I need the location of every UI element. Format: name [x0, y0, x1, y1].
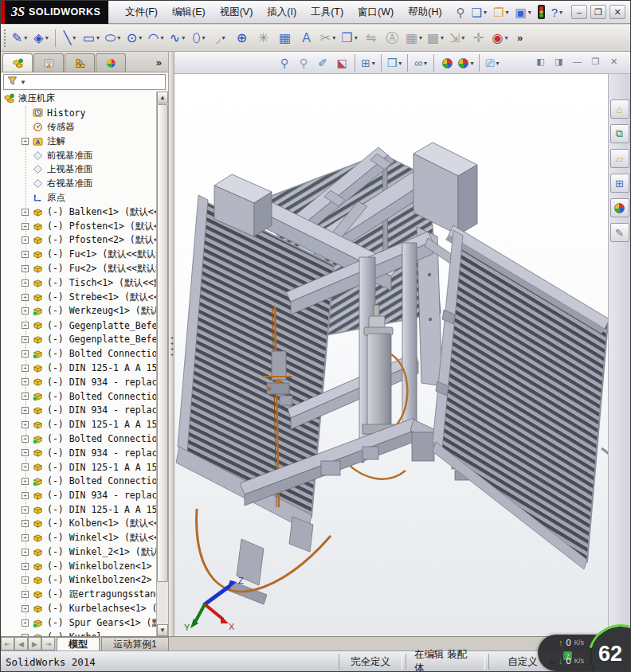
display-style-button[interactable]: ❒▾ [385, 54, 404, 72]
help-button[interactable]: ?▾ [549, 3, 565, 21]
menu-item-4[interactable]: 工具(T) [304, 2, 351, 22]
tree-row-23[interactable]: +(-) DIN 125-1 A A 15<2> [1, 417, 156, 432]
net-speed-overlay[interactable]: ↑ 0 K/s ? ↓ 0 K/s 62 [538, 628, 630, 671]
tree-scrollbar[interactable]: ▲ ▼ [156, 92, 168, 636]
expander-plus-icon[interactable]: + [22, 407, 29, 414]
ellipse-tool-caret-icon[interactable]: ▾ [202, 34, 206, 41]
view-palette-button[interactable]: ⊞ [610, 174, 629, 193]
zoom-to-fit-button[interactable]: ⚲ [275, 54, 294, 72]
file-explorer-button[interactable]: ▱ [610, 149, 629, 168]
expander-plus-icon[interactable]: + [22, 534, 29, 541]
expander-plus-icon[interactable]: + [22, 591, 29, 598]
search-icon[interactable]: ⚲ [454, 3, 468, 21]
expander-plus-icon[interactable]: + [22, 223, 29, 230]
expander-plus-icon[interactable]: + [22, 307, 29, 315]
expander-plus-icon[interactable]: + [22, 506, 29, 514]
doc-close-button[interactable]: ✕ [607, 55, 621, 68]
filter-caret-icon[interactable]: ▼ [20, 79, 26, 86]
tree-row-2[interactable]: 传感器 [1, 120, 156, 135]
doc-restore-button[interactable]: ❐ [589, 55, 602, 68]
model-right-grille-panel[interactable] [433, 225, 609, 569]
toolbar-grip[interactable] [3, 29, 6, 48]
motion-nav-button-0[interactable]: ⇤ [1, 637, 14, 651]
tree-row-24[interactable]: +(-) Bolted Connection<3 [1, 432, 156, 446]
ellipse-tool[interactable]: ⬯▾ [188, 28, 210, 49]
tree-row-34[interactable]: +(-) Winkelbolzen<2> (默 [1, 573, 156, 588]
quick-snaps-tool-caret-icon[interactable]: ▾ [504, 34, 508, 41]
custom-properties-button[interactable]: ✎ [610, 223, 629, 242]
view-settings-button[interactable]: ⎚▾ [483, 54, 502, 72]
tab-model[interactable]: 模型 [57, 637, 100, 651]
view-orientation-button[interactable]: ⊞▾ [359, 54, 378, 72]
model-canvas[interactable] [174, 74, 609, 636]
tree-row-30[interactable]: +(-) Kolben<1> (默认<<默 [1, 517, 156, 531]
motion-nav-button-1[interactable]: ◀ [14, 637, 28, 651]
new-document-button-caret-icon[interactable]: ▾ [484, 9, 487, 16]
expander-plus-icon[interactable]: + [22, 378, 29, 385]
spline-tool[interactable]: ∿▾ [167, 28, 188, 49]
perimeter-circle-tool[interactable]: ⊕ [231, 28, 253, 49]
spline-tool-caret-icon[interactable]: ▾ [182, 34, 185, 41]
tree-row-1[interactable]: History [1, 106, 156, 120]
restore-button[interactable]: ❐ [590, 5, 606, 19]
tree-row-35[interactable]: +(-) 踞ertragungsstange< [1, 588, 156, 602]
scroll-up-button[interactable]: ▲ [157, 92, 168, 104]
corner-rectangle-tool-caret-icon[interactable]: ▾ [96, 34, 100, 41]
point-tool[interactable]: ✳ [253, 28, 274, 49]
expander-plus-icon[interactable]: + [22, 138, 29, 145]
sketch-button[interactable]: ✎▾ [9, 28, 30, 49]
tree-row-21[interactable]: +(-) Bolted Connection<2 [1, 389, 156, 404]
motion-nav-button-3[interactable]: ⇥ [41, 637, 55, 651]
pane-toggle-right-button[interactable]: ◨ [552, 55, 566, 68]
tree-row-18[interactable]: +(-) Bolted Connection<1 [1, 346, 156, 361]
expander-plus-icon[interactable]: + [22, 436, 29, 443]
tab-motion-study[interactable]: 运动算例1 [101, 637, 169, 651]
doc-minimize-button[interactable]: — [570, 55, 584, 68]
expander-plus-icon[interactable]: + [22, 251, 29, 258]
expander-plus-icon[interactable]: + [22, 563, 29, 570]
help-button-caret-icon[interactable]: ▾ [559, 9, 562, 16]
expander-plus-icon[interactable]: + [22, 393, 29, 400]
apply-scene-button-caret-icon[interactable]: ▾ [470, 60, 473, 67]
tree-row-0[interactable]: 液压机床 [1, 92, 156, 106]
tree-row-22[interactable]: +(-) DIN 934 - replaced b [1, 404, 156, 418]
tree-row-10[interactable]: +(-) Pfosten<2> (默认<<默 [1, 233, 156, 248]
quick-snaps-tool[interactable]: ◉▾ [489, 28, 511, 49]
smart-dimension-button-caret-icon[interactable]: ▾ [45, 34, 49, 41]
straight-slot-tool[interactable]: ⬭▾ [102, 28, 123, 49]
tree-row-4[interactable]: 前视基准面 [1, 148, 156, 162]
addins-traffic-light-button[interactable] [535, 3, 547, 21]
menu-item-1[interactable]: 编辑(E) [165, 2, 213, 22]
expander-plus-icon[interactable]: + [22, 350, 29, 357]
tree-row-6[interactable]: 右视基准面 [1, 177, 156, 191]
tree-row-5[interactable]: 上视基准面 [1, 162, 156, 177]
tree-row-17[interactable]: +(-) Gegenplatte_Befesti [1, 333, 156, 347]
scrollbar-thumb[interactable] [157, 104, 168, 582]
tree-row-19[interactable]: +(-) DIN 125-1 A A 15<1> [1, 361, 156, 375]
expander-plus-icon[interactable]: + [22, 236, 29, 244]
tree-row-11[interactable]: +(-) Fu<1> (默认<<默认>_ [1, 248, 156, 262]
plane-tool[interactable]: ❒▾ [339, 28, 360, 49]
tree-row-28[interactable]: +(-) DIN 934 - replaced b [1, 488, 156, 502]
solidworks-resources-button[interactable]: ⌂ [610, 100, 629, 119]
motion-nav-button-2[interactable]: ▶ [28, 637, 41, 651]
expander-plus-icon[interactable]: + [22, 279, 29, 287]
smart-dimension-button[interactable]: ◈▾ [30, 28, 52, 49]
usage-ball[interactable]: 62 [590, 627, 631, 672]
section-view-button[interactable]: ⬕ [332, 54, 351, 72]
expander-plus-icon[interactable]: + [22, 421, 29, 428]
expander-plus-icon[interactable]: + [22, 294, 29, 301]
expander-plus-icon[interactable]: + [22, 265, 29, 272]
expander-plus-icon[interactable]: + [22, 463, 29, 471]
tree-row-13[interactable]: +(-) Tisch<1> (默认<<默认 [1, 275, 156, 290]
menu-item-2[interactable]: 视图(V) [213, 2, 261, 22]
sketch-button-caret-icon[interactable]: ▾ [24, 34, 27, 41]
tree-row-31[interactable]: +(-) Winkel<1> (默认<<默 [1, 531, 156, 545]
new-document-button[interactable]: ❏▾ [469, 3, 489, 21]
appearances-scenes-button[interactable] [610, 198, 629, 217]
design-library-button[interactable]: ⧉ [610, 124, 629, 143]
tree-filter-field[interactable]: ▼ [3, 74, 166, 90]
hide-show-items-button-caret-icon[interactable]: ▾ [424, 60, 427, 67]
expander-plus-icon[interactable]: + [22, 478, 29, 485]
tree-row-20[interactable]: +(-) DIN 934 - replaced b [1, 375, 156, 389]
